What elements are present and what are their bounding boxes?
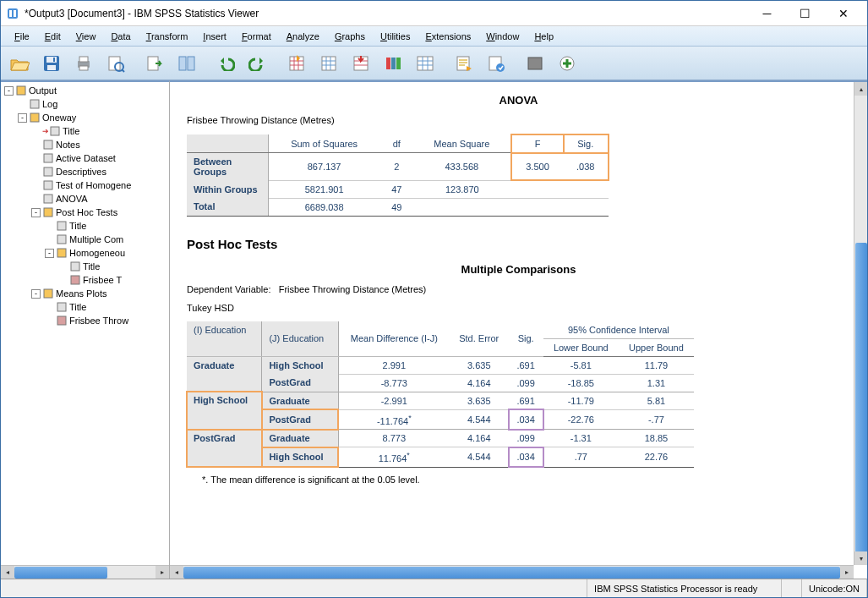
viewer-hscroll[interactable]: ◂ ▸ <box>170 565 854 579</box>
menu-transform[interactable]: Transform <box>139 29 195 44</box>
mc-row[interactable]: PostGradGraduate8.7734.164.099-1.3118.85 <box>187 430 694 447</box>
vscroll-thumb[interactable] <box>855 243 867 556</box>
menu-file[interactable]: File <box>8 29 36 44</box>
tree-hs-title[interactable]: Title <box>1 260 169 273</box>
run-syntax-icon[interactable] <box>449 50 479 77</box>
tree-toggle-icon[interactable]: - <box>31 289 41 299</box>
hscroll-thumb[interactable] <box>183 567 840 579</box>
multiple-comparisons-table[interactable]: (I) Education (J) Education Mean Differe… <box>187 321 694 468</box>
menu-edit[interactable]: Edit <box>38 29 68 44</box>
tree-posthoc[interactable]: -Post Hoc Tests <box>1 206 169 219</box>
tree-oneway[interactable]: -Oneway <box>1 111 169 124</box>
tree-homogeneity[interactable]: Test of Homogene <box>1 178 169 192</box>
anova-row[interactable]: Between Groups867.1372433.5683.500.038 <box>187 153 609 181</box>
cell-i-edu: Graduate <box>187 356 262 392</box>
tree-anova[interactable]: ANOVA <box>1 192 169 206</box>
scroll-right-icon[interactable]: ▸ <box>156 566 169 579</box>
outline-pane: -OutputLog-Oneway➔TitleNotesActive Datas… <box>1 80 170 579</box>
tree-ph-title[interactable]: Title <box>1 219 169 233</box>
insert-icon[interactable] <box>410 50 440 77</box>
tree-frisbee2[interactable]: Frisbee Throw <box>1 314 169 327</box>
cell-ss: 867.137 <box>268 153 380 181</box>
add-icon[interactable] <box>552 50 582 77</box>
tree-mp-title[interactable]: Title <box>1 300 169 314</box>
menu-data[interactable]: Data <box>104 29 137 44</box>
print-preview-icon[interactable] <box>101 50 131 77</box>
tree-homog-subsets[interactable]: -Homogeneou <box>1 246 169 260</box>
menu-view[interactable]: View <box>69 29 103 44</box>
cell-ms <box>413 198 511 216</box>
viewer-content[interactable]: ANOVA Frisbee Throwing Distance (Metres)… <box>170 82 867 579</box>
tree-output[interactable]: -Output <box>1 84 169 97</box>
tree-toggle-icon[interactable]: - <box>31 208 41 217</box>
tree-title[interactable]: ➔Title <box>1 124 169 138</box>
svg-rect-2 <box>14 10 16 17</box>
cell-ub: 1.31 <box>619 374 694 392</box>
menu-window[interactable]: Window <box>479 29 526 44</box>
cell-j-edu: High School <box>262 447 338 468</box>
mc-row[interactable]: High SchoolGraduate-2.9913.635.691-11.79… <box>187 392 694 409</box>
tree-log[interactable]: Log <box>1 97 169 111</box>
tree-descriptives[interactable]: Descriptives <box>1 165 169 178</box>
viewer-pane: ANOVA Frisbee Throwing Distance (Metres)… <box>170 80 867 579</box>
mc-row[interactable]: PostGrad-8.7734.164.099-18.851.31 <box>187 374 694 392</box>
tree-toggle-icon[interactable]: - <box>4 86 14 96</box>
select-cases-icon[interactable] <box>378 50 408 77</box>
goto-case-icon[interactable] <box>314 50 344 77</box>
node-icon <box>42 193 54 205</box>
dialog-recall-icon[interactable] <box>172 50 202 77</box>
mc-heading: Multiple Comparisons <box>187 263 850 276</box>
tree-multiple-comp[interactable]: Multiple Com <box>1 233 169 246</box>
mc-row[interactable]: High School11.764*4.544.034.7722.76 <box>187 447 694 468</box>
tree-active-dataset[interactable]: Active Dataset <box>1 151 169 165</box>
menu-utilities[interactable]: Utilities <box>374 29 417 44</box>
print-icon[interactable] <box>68 50 99 77</box>
scroll-up-icon[interactable]: ▴ <box>854 82 867 96</box>
svg-rect-30 <box>30 113 39 122</box>
outline-tree[interactable]: -OutputLog-Oneway➔TitleNotesActive Datas… <box>1 82 169 565</box>
menu-extensions[interactable]: Extensions <box>418 29 478 44</box>
designate-window-icon[interactable] <box>520 50 550 77</box>
scroll-left-icon[interactable]: ◂ <box>1 566 14 579</box>
run-pending-icon[interactable] <box>481 50 511 77</box>
tree-toggle-icon[interactable]: - <box>45 249 54 258</box>
anova-row[interactable]: Within Groups5821.90147123.870 <box>187 180 609 198</box>
minimize-button[interactable]: ─ <box>748 2 786 25</box>
anova-table[interactable]: Sum of Squares df Mean Square F Sig. Bet… <box>187 134 609 217</box>
mc-method: Tukey HSD <box>187 303 850 313</box>
maximize-button[interactable]: ☐ <box>786 2 824 25</box>
variables-icon[interactable] <box>346 50 376 77</box>
tree-means-plots[interactable]: -Means Plots <box>1 287 169 300</box>
export-icon[interactable] <box>139 50 170 77</box>
viewer-vscroll[interactable]: ▴ ▾ <box>854 82 867 565</box>
scroll-right-icon[interactable]: ▸ <box>840 566 854 579</box>
svg-rect-36 <box>44 195 52 203</box>
menu-help[interactable]: Help <box>527 29 560 44</box>
cell-lb: -1.31 <box>543 430 619 447</box>
menu-insert[interactable]: Insert <box>196 29 233 44</box>
scroll-left-icon[interactable]: ◂ <box>170 566 183 579</box>
hscroll-thumb[interactable] <box>14 567 107 579</box>
tree-label: Post Hoc Tests <box>56 207 117 217</box>
open-icon[interactable] <box>4 50 35 77</box>
outline-hscroll[interactable]: ◂ ▸ <box>1 565 169 579</box>
undo-icon[interactable] <box>210 50 241 77</box>
menu-graphs[interactable]: Graphs <box>328 29 372 44</box>
mc-row[interactable]: PostGrad-11.764*4.544.034-22.76-.77 <box>187 409 694 430</box>
menu-analyze[interactable]: Analyze <box>280 29 326 44</box>
scroll-down-icon[interactable]: ▾ <box>854 551 867 565</box>
tree-notes[interactable]: Notes <box>1 138 169 151</box>
save-icon[interactable] <box>36 50 67 77</box>
cell-j-edu: High School <box>262 356 338 374</box>
mc-row[interactable]: GraduateHigh School2.9913.635.691-5.8111… <box>187 356 694 374</box>
menu-format[interactable]: Format <box>235 29 278 44</box>
redo-icon[interactable] <box>243 50 273 77</box>
tree-frisbee1[interactable]: Frisbee T <box>1 273 169 287</box>
cell-ms: 433.568 <box>413 153 511 181</box>
close-button[interactable]: ✕ <box>824 2 862 25</box>
svg-rect-31 <box>51 127 59 135</box>
anova-row[interactable]: Total6689.03849 <box>187 198 609 216</box>
node-icon <box>56 301 68 313</box>
goto-data-icon[interactable] <box>281 50 312 77</box>
tree-toggle-icon[interactable]: - <box>18 113 27 123</box>
